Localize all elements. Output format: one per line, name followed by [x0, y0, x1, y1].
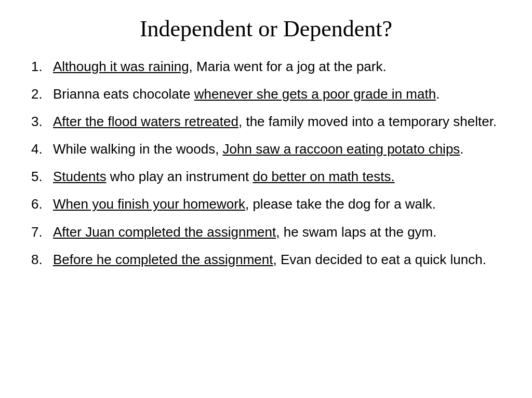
list-item-7: After Juan completed the assignment, he …	[31, 223, 501, 241]
sentence-text-2: Brianna eats chocolate whenever she gets…	[53, 85, 501, 103]
page-title: Independent or Dependent?	[31, 16, 501, 42]
underlined-clause: After the flood waters retreated	[53, 114, 238, 129]
underlined-clause: do better on math tests.	[252, 169, 394, 184]
underlined-clause: whenever she gets a poor grade in math	[194, 86, 436, 102]
sentence-text-8: Before he completed the assignment, Evan…	[53, 251, 501, 269]
sentence-text-7: After Juan completed the assignment, he …	[53, 223, 501, 241]
list-item-6: When you finish your homework, please ta…	[31, 195, 501, 213]
underlined-clause: Before he completed the assignment	[53, 252, 273, 267]
underlined-clause: John saw a raccoon eating potato chips	[223, 141, 460, 157]
underlined-clause: When you finish your homework	[53, 196, 245, 212]
sentence-text-5: Students who play an instrument do bette…	[53, 168, 501, 186]
sentence-text-4: While walking in the woods, John saw a r…	[53, 140, 501, 158]
list-item-4: While walking in the woods, John saw a r…	[31, 140, 501, 158]
sentence-text-6: When you finish your homework, please ta…	[53, 195, 501, 213]
underlined-clause: Students	[53, 169, 107, 184]
sentence-text-1: Although it was raining, Maria went for …	[53, 58, 501, 76]
list-item-3: After the flood waters retreated, the fa…	[31, 113, 501, 131]
list-item-2: Brianna eats chocolate whenever she gets…	[31, 85, 501, 103]
underlined-clause: Although it was raining	[53, 59, 189, 74]
list-item-8: Before he completed the assignment, Evan…	[31, 251, 501, 269]
sentence-text-3: After the flood waters retreated, the fa…	[53, 113, 501, 131]
underlined-clause: After Juan completed the assignment,	[53, 224, 280, 240]
list-item-1: Although it was raining, Maria went for …	[31, 58, 501, 76]
sentences-list: Although it was raining, Maria went for …	[31, 58, 501, 269]
list-item-5: Students who play an instrument do bette…	[31, 168, 501, 186]
